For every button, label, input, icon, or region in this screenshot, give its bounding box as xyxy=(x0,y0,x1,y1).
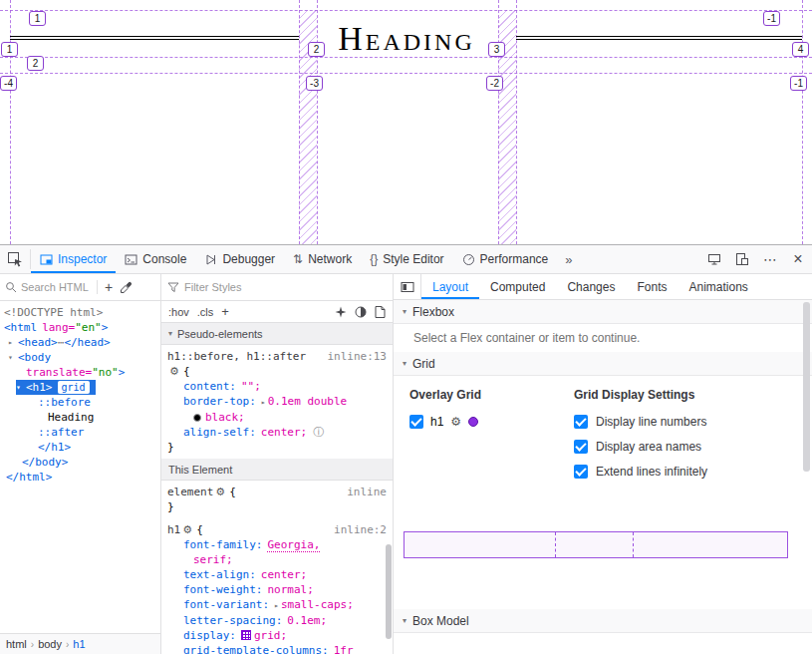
twisty-open-icon: ▾ xyxy=(403,359,406,368)
declaration[interactable]: font-variant:▸small-caps; xyxy=(167,597,387,613)
declaration-continued[interactable]: serif; xyxy=(167,552,387,567)
grid-column-line xyxy=(802,0,803,244)
tab-console[interactable]: Console xyxy=(116,245,195,273)
menu-button[interactable]: ⋯ xyxy=(756,245,784,273)
tab-computed[interactable]: Computed xyxy=(479,274,556,299)
tab-performance[interactable]: Performance xyxy=(453,245,558,273)
declaration[interactable]: align-self:center;ⓘ xyxy=(167,425,387,440)
tab-label: Console xyxy=(142,252,186,266)
h1-close-node[interactable]: </h1> xyxy=(0,440,160,455)
stylesheet-link[interactable]: inline:13 xyxy=(327,349,387,364)
body-open-node[interactable]: ▾<body xyxy=(0,350,160,365)
layout-scrollbar[interactable] xyxy=(803,302,810,472)
after-pseudo-node[interactable]: ::after xyxy=(0,425,160,440)
grid-section-header[interactable]: ▾ Grid xyxy=(394,352,812,376)
text-node[interactable]: Heading xyxy=(0,410,160,425)
search-html-input[interactable] xyxy=(21,281,93,293)
breadcrumb-separator: › xyxy=(66,639,69,650)
selector-highlighter-icon[interactable]: ⚙ xyxy=(169,364,179,379)
section-this-element[interactable]: This Element xyxy=(161,459,393,481)
stylesheet-link[interactable]: inline xyxy=(347,485,387,499)
twisty-closed-icon[interactable]: ▸ xyxy=(8,335,18,350)
stylesheet-link[interactable]: inline:2 xyxy=(334,522,387,537)
declaration[interactable]: font-weight:normal; xyxy=(167,582,387,597)
selector-highlighter-icon[interactable]: ⚙ xyxy=(215,485,225,499)
html-open-node[interactable]: <htmllang="en"> xyxy=(0,320,160,335)
display-area-names-checkbox[interactable] xyxy=(574,440,588,454)
declaration-continued[interactable]: black; xyxy=(167,410,387,425)
tab-layout[interactable]: Layout xyxy=(421,274,479,299)
color-swatch-black[interactable] xyxy=(193,414,201,422)
close-devtools-button[interactable]: × xyxy=(784,245,812,273)
add-node-button[interactable]: + xyxy=(102,279,116,295)
twisty-open-icon: ▾ xyxy=(168,329,172,338)
extend-lines-infinitely-checkbox[interactable] xyxy=(574,465,588,479)
rule-selector[interactable]: h1 xyxy=(167,522,180,537)
breadcrumb-body[interactable]: body xyxy=(38,638,62,650)
before-pseudo-node[interactable]: ::before xyxy=(0,395,160,410)
grid-preview-column xyxy=(556,532,635,557)
filter-styles-input[interactable] xyxy=(184,281,324,293)
body-close-node[interactable]: </body> xyxy=(0,455,160,470)
more-tabs-button[interactable]: » xyxy=(557,245,580,273)
eyedropper-icon[interactable] xyxy=(120,281,133,294)
responsive-design-button[interactable] xyxy=(728,245,756,273)
color-scheme-icon[interactable] xyxy=(355,306,367,318)
tab-fonts[interactable]: Fonts xyxy=(626,274,677,299)
h1-node-selected[interactable]: ▾<h1>grid xyxy=(0,380,160,395)
grid-badge[interactable]: grid xyxy=(58,381,90,394)
declaration[interactable]: display:grid; xyxy=(167,628,387,643)
expand-shorthand-icon[interactable]: ▸ xyxy=(274,601,279,610)
print-media-icon[interactable] xyxy=(375,306,386,318)
display-line-numbers-checkbox[interactable] xyxy=(574,415,588,429)
flexbox-section-header[interactable]: ▾ Flexbox xyxy=(394,300,812,324)
declaration[interactable]: grid-template-columns:1fr xyxy=(167,643,387,654)
flash-highlight-icon[interactable] xyxy=(335,306,347,318)
search-icon xyxy=(5,281,17,293)
grid-highlighter-toggle-icon[interactable] xyxy=(241,630,251,640)
rule-element-inline: element⚙{inline } xyxy=(161,481,393,518)
expand-shorthand-icon[interactable]: ▸ xyxy=(261,398,266,407)
device-button[interactable] xyxy=(700,245,728,273)
rules-scrollbar[interactable] xyxy=(386,544,392,639)
head-node[interactable]: ▸<head>⋯</head> xyxy=(0,335,160,350)
add-rule-button[interactable]: + xyxy=(221,304,229,319)
doctype-node[interactable]: <!DOCTYPE html> xyxy=(0,305,160,320)
declaration[interactable]: border-top:▸0.1em double xyxy=(167,394,387,410)
tab-network[interactable]: ⇅ Network xyxy=(284,245,361,273)
body-attr-line[interactable]: translate="no"> xyxy=(0,365,160,380)
devtools-toolbar: Inspector Console Debugger ⇅ Network {} … xyxy=(0,245,812,274)
box-model-section-header[interactable]: ▾ Box Model xyxy=(394,609,812,633)
rule-selector[interactable]: h1::before, h1::after xyxy=(167,349,306,364)
tab-style-editor[interactable]: {} Style Editor xyxy=(361,245,452,273)
declaration[interactable]: letter-spacing:0.1em; xyxy=(167,613,387,628)
tab-changes[interactable]: Changes xyxy=(556,274,626,299)
declaration[interactable]: text-align:center; xyxy=(167,567,387,582)
font-family-link[interactable]: Georgia, xyxy=(267,538,320,552)
tab-debugger[interactable]: Debugger xyxy=(195,245,284,273)
network-icon: ⇅ xyxy=(293,252,303,266)
overlay-grid-checkbox[interactable] xyxy=(409,415,423,429)
breadcrumb: html › body › h1 xyxy=(0,633,160,654)
html-close-node[interactable]: </html> xyxy=(0,470,160,485)
twisty-open-icon[interactable]: ▾ xyxy=(16,380,26,395)
twisty-open-icon: ▾ xyxy=(403,307,406,316)
tab-inspector[interactable]: Inspector xyxy=(31,245,116,273)
tab-label: Inspector xyxy=(58,252,107,266)
sidebar-toggle-button[interactable] xyxy=(394,274,421,299)
grid-settings-gear-icon[interactable]: ⚙ xyxy=(450,415,461,429)
declaration[interactable]: content:""; xyxy=(167,379,387,394)
pseudo-class-toggle[interactable]: :hov xyxy=(168,306,189,318)
class-toggle[interactable]: .cls xyxy=(197,306,214,318)
rule-selector[interactable]: element xyxy=(167,485,213,499)
declaration[interactable]: font-family:Georgia, xyxy=(167,537,387,552)
breadcrumb-html[interactable]: html xyxy=(6,638,27,650)
grid-color-swatch[interactable] xyxy=(468,417,478,427)
pick-element-button[interactable] xyxy=(0,245,30,273)
section-pseudo-elements[interactable]: ▾ Pseudo-elements xyxy=(161,323,393,345)
breadcrumb-h1[interactable]: h1 xyxy=(73,638,85,650)
info-icon[interactable]: ⓘ xyxy=(313,426,324,439)
twisty-open-icon[interactable]: ▾ xyxy=(8,350,18,365)
tab-animations[interactable]: Animations xyxy=(677,274,758,299)
selector-highlighter-icon[interactable]: ⚙ xyxy=(182,522,192,537)
